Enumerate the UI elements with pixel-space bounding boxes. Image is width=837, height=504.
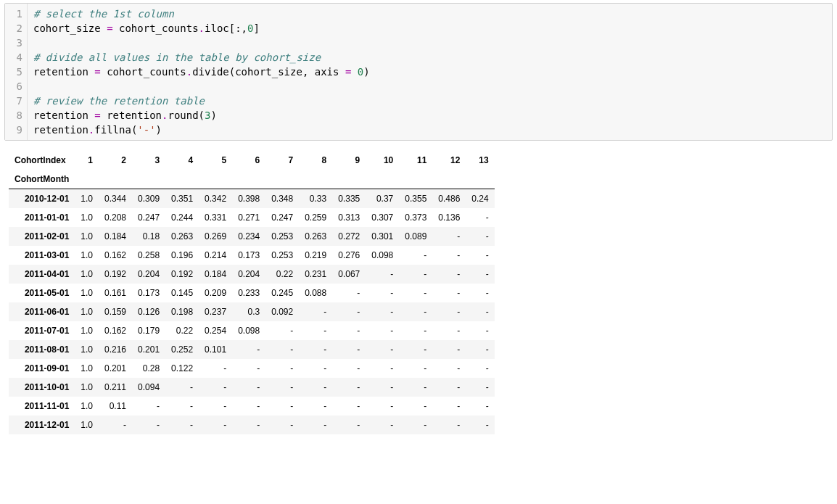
cell: - <box>466 359 494 378</box>
cell: - <box>432 416 466 434</box>
column-header: 7 <box>265 151 299 170</box>
cell: 0.355 <box>399 189 432 209</box>
cell: - <box>299 378 332 397</box>
cell: - <box>199 378 232 397</box>
cell: 0.209 <box>199 284 232 302</box>
cell: - <box>399 340 432 359</box>
column-header: 12 <box>432 151 466 170</box>
code-line[interactable]: # review the retention table <box>33 94 826 108</box>
column-header: 6 <box>232 151 265 170</box>
table-row: 2011-02-011.00.1840.180.2630.2690.2340.2… <box>9 227 495 246</box>
cell: - <box>332 359 366 378</box>
cell: 0.313 <box>332 208 366 227</box>
table-row: 2011-04-011.00.1920.2040.1920.1840.2040.… <box>9 265 495 284</box>
cell: - <box>332 340 366 359</box>
cell: 0.216 <box>99 340 132 359</box>
cell: 0.145 <box>165 284 199 302</box>
code-cell[interactable]: 123456789 # select the 1st columncohort_… <box>4 3 833 141</box>
cell: 1.0 <box>75 246 99 265</box>
cell: 1.0 <box>75 340 99 359</box>
table-row: 2011-12-011.0------------ <box>9 416 495 434</box>
table-row: 2011-08-011.00.2160.2010.2520.101-------… <box>9 340 495 359</box>
cell: 0.22 <box>165 321 199 340</box>
cell: 0.301 <box>366 227 399 246</box>
line-number: 2 <box>12 21 22 36</box>
code-line[interactable]: cohort_size = cohort_counts.iloc[:,0] <box>33 21 826 36</box>
column-header: 3 <box>132 151 165 170</box>
cell: - <box>432 265 466 284</box>
cell: - <box>299 321 332 340</box>
cell: - <box>265 321 299 340</box>
cell: - <box>432 321 466 340</box>
cell: - <box>399 397 432 416</box>
cell: 1.0 <box>75 227 99 246</box>
cell: - <box>366 265 399 284</box>
cell: - <box>366 416 399 434</box>
row-index: 2011-12-01 <box>9 416 75 434</box>
cell: 0.351 <box>165 189 199 209</box>
cell: 0.136 <box>432 208 466 227</box>
table-row: 2011-07-011.00.1620.1790.220.2540.098---… <box>9 321 495 340</box>
cell: 0.198 <box>165 302 199 321</box>
code-line[interactable]: # divide all values in the table by coho… <box>33 50 826 65</box>
row-index: 2011-11-01 <box>9 397 75 416</box>
cell: 0.272 <box>332 227 366 246</box>
row-index: 2011-03-01 <box>9 246 75 265</box>
cell: 0.309 <box>132 189 165 209</box>
row-index: 2011-09-01 <box>9 359 75 378</box>
cell: 0.269 <box>199 227 232 246</box>
cell: 0.335 <box>332 189 366 209</box>
cell: 0.094 <box>132 378 165 397</box>
cell: - <box>466 416 494 434</box>
cell: 0.28 <box>132 359 165 378</box>
cell: - <box>265 359 299 378</box>
cell: - <box>232 340 265 359</box>
row-index: 2011-05-01 <box>9 284 75 302</box>
cell: 0.331 <box>199 208 232 227</box>
cell: 0.173 <box>132 284 165 302</box>
line-number: 9 <box>12 123 22 137</box>
code-line[interactable] <box>33 36 826 50</box>
line-number: 8 <box>12 108 22 123</box>
cell: - <box>232 359 265 378</box>
code-line[interactable]: # select the 1st column <box>33 7 826 21</box>
cell: 0.101 <box>199 340 232 359</box>
column-header: 1 <box>75 151 99 170</box>
code-line[interactable]: retention.fillna('-') <box>33 123 826 137</box>
cell: - <box>466 208 494 227</box>
cell: 0.37 <box>366 189 399 209</box>
line-number-gutter: 123456789 <box>5 4 28 140</box>
cell: 0.271 <box>232 208 265 227</box>
cell: 0.196 <box>165 246 199 265</box>
table-row: 2011-01-011.00.2080.2470.2440.3310.2710.… <box>9 208 495 227</box>
cell: 0.092 <box>265 302 299 321</box>
cell: 0.247 <box>132 208 165 227</box>
cell: - <box>199 416 232 434</box>
cell: - <box>466 321 494 340</box>
cell: 0.161 <box>99 284 132 302</box>
cell: 1.0 <box>75 189 99 209</box>
code-editor[interactable]: # select the 1st columncohort_size = coh… <box>28 4 832 140</box>
cell: - <box>466 397 494 416</box>
cell: 0.088 <box>299 284 332 302</box>
table-row: 2011-06-011.00.1590.1260.1980.2370.30.09… <box>9 302 495 321</box>
code-line[interactable]: retention = cohort_counts.divide(cohort_… <box>33 65 826 79</box>
code-line[interactable] <box>33 79 826 94</box>
cell: 0.159 <box>99 302 132 321</box>
cell: 0.307 <box>366 208 399 227</box>
cell: - <box>432 378 466 397</box>
cell: 0.204 <box>132 265 165 284</box>
cell: 1.0 <box>75 265 99 284</box>
row-index: 2011-08-01 <box>9 340 75 359</box>
cell: - <box>132 397 165 416</box>
cell: 0.098 <box>366 246 399 265</box>
cell: 0.486 <box>432 189 466 209</box>
column-header: 2 <box>99 151 132 170</box>
cell: - <box>432 246 466 265</box>
cell: - <box>466 265 494 284</box>
code-line[interactable]: retention = retention.round(3) <box>33 108 826 123</box>
cell: - <box>199 359 232 378</box>
cell: - <box>265 340 299 359</box>
column-header: 13 <box>466 151 494 170</box>
cell: - <box>165 378 199 397</box>
